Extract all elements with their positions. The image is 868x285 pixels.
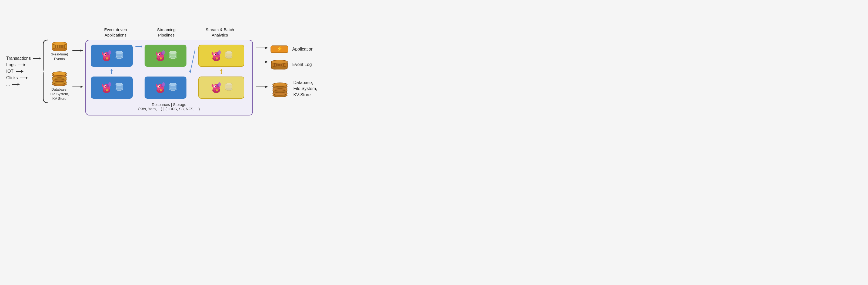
col3-cells <box>198 45 244 99</box>
squirrel-icon-4 <box>154 81 167 94</box>
logs-arrow <box>18 65 25 65</box>
svg-point-81 <box>169 88 177 91</box>
mini-db-icon-5 <box>225 51 233 61</box>
output-app: ⚡ Application <box>270 45 317 54</box>
svg-point-112 <box>225 88 232 91</box>
svg-point-46 <box>108 82 111 87</box>
app-label: Application <box>292 47 313 52</box>
svg-point-78 <box>160 89 162 91</box>
svg-marker-99 <box>220 73 222 74</box>
svg-point-31 <box>102 52 103 55</box>
database-stack-icon <box>50 69 69 86</box>
db-label-right: Database,File System,KV-Store <box>293 80 317 98</box>
events-label: (Real-time)Events <box>51 52 68 61</box>
right-outputs: ⚡ Application Event Log <box>270 45 317 98</box>
svg-point-90 <box>218 50 221 55</box>
inner-grid <box>91 45 248 99</box>
cell-yellow-bottom <box>198 77 244 99</box>
output-db: Database,File System,KV-Store <box>270 80 317 98</box>
output-arrow-2 <box>256 60 268 63</box>
main-diagram: Transactions Logs IOT Clicks ... <box>6 27 428 115</box>
col2-cells <box>145 45 186 99</box>
svg-point-52 <box>116 88 123 91</box>
svg-point-91 <box>212 52 213 55</box>
squirrel-icon-2 <box>100 81 113 94</box>
vert-arrow-col3 <box>198 69 244 74</box>
svg-point-128 <box>271 66 287 69</box>
column-headers: Event-drivenApplications StreamingPipeli… <box>85 27 253 37</box>
diag-arrow-area-2 <box>189 45 196 76</box>
svg-marker-55 <box>141 46 142 48</box>
kafka-to-box-arrow <box>72 49 83 52</box>
svg-point-104 <box>215 86 216 87</box>
brace-icons-section: (Real-time)Events <box>42 39 69 104</box>
cell-yellow-top <box>198 45 244 67</box>
svg-line-82 <box>190 50 195 72</box>
svg-point-93 <box>216 57 218 59</box>
svg-point-36 <box>116 56 123 59</box>
eventlog-icon <box>270 60 289 69</box>
cell-blue-bottom-mid <box>145 77 186 99</box>
col1-header: Event-drivenApplications <box>93 27 138 37</box>
svg-point-75 <box>162 82 165 87</box>
kafka-event-icon: (Real-time)Events <box>50 41 69 61</box>
svg-marker-83 <box>189 70 192 73</box>
vertical-bidirectional-arrow-3 <box>219 69 224 74</box>
col1-cells <box>91 45 133 99</box>
output-db-icon <box>270 80 290 97</box>
svg-point-30 <box>108 50 111 55</box>
main-section: Event-drivenApplications StreamingPipeli… <box>85 27 253 115</box>
mid-arrows <box>72 53 83 89</box>
h-arrow-col1-col2 <box>135 45 142 56</box>
iot-label: IOT <box>6 69 13 74</box>
squirrel-icon-6 <box>210 81 223 94</box>
svg-text:⚡: ⚡ <box>276 46 283 52</box>
mini-db-icon-3 <box>169 51 177 61</box>
svg-point-96 <box>225 56 232 59</box>
svg-point-68 <box>169 56 177 59</box>
mini-db-icon-1 <box>115 51 123 61</box>
diagonal-arrow <box>189 49 196 76</box>
svg-marker-114 <box>266 47 268 49</box>
svg-point-47 <box>102 84 103 87</box>
db-stack-icon: Database,File System,KV-Store <box>50 69 69 101</box>
right-output-arrows <box>256 46 268 88</box>
svg-point-139 <box>273 83 287 87</box>
svg-marker-21 <box>81 50 83 52</box>
h-bidirectional-arrow-1 <box>135 45 142 49</box>
transactions-label: Transactions <box>6 56 31 61</box>
svg-point-62 <box>162 50 165 55</box>
cell-blue-top-left <box>91 45 133 67</box>
svg-marker-23 <box>81 86 83 88</box>
svg-point-44 <box>105 86 106 87</box>
vert-arrow-col1 <box>91 69 133 74</box>
dots-label: ... <box>6 82 10 87</box>
svg-point-60 <box>159 54 160 55</box>
output-eventlog: Event Log <box>270 60 317 69</box>
cell-green-top <box>145 45 186 67</box>
source-clicks: Clicks <box>6 76 40 80</box>
svg-point-6 <box>52 42 67 45</box>
svg-point-18 <box>53 72 66 76</box>
main-container-box: Resources | Storage(K8s, Yarn, ...) | (H… <box>85 40 253 115</box>
svg-point-28 <box>105 54 106 55</box>
resources-label: Resources | Storage(K8s, Yarn, ...) | (H… <box>91 103 248 111</box>
col3-header: Stream & BatchAnalytics <box>195 27 245 37</box>
source-dots: ... <box>6 82 40 87</box>
db-label-left: Database,File System,KV-Store <box>50 87 69 101</box>
source-labels: Transactions Logs IOT Clicks ... <box>6 56 40 87</box>
svg-marker-54 <box>135 46 136 48</box>
svg-point-7 <box>52 48 67 51</box>
svg-point-109 <box>216 89 218 91</box>
svg-point-88 <box>215 54 216 55</box>
svg-point-107 <box>212 84 213 87</box>
squirrel-icon-3 <box>154 49 167 62</box>
cell-blue-bottom-left <box>91 77 133 99</box>
col2-header: StreamingPipelines <box>144 27 189 37</box>
diag-arrow-area <box>145 69 186 74</box>
squirrel-icon-5 <box>210 49 223 62</box>
svg-point-106 <box>218 82 221 87</box>
source-transactions: Transactions <box>6 56 40 61</box>
output-arrow-1 <box>256 46 268 50</box>
app-icon: ⚡ <box>270 45 289 54</box>
